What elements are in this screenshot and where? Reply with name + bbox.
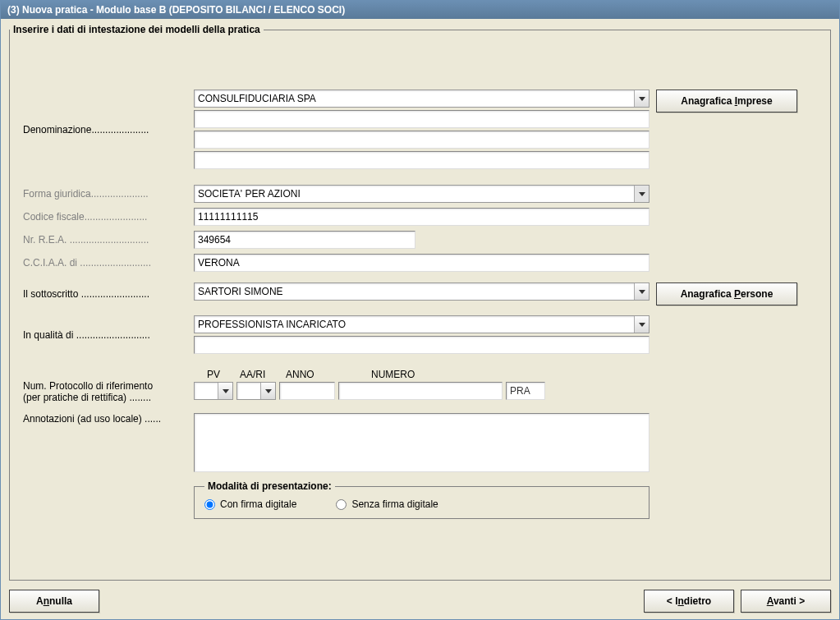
chevron-down-icon[interactable] — [634, 90, 649, 107]
chevron-down-icon[interactable] — [634, 283, 649, 300]
denominazione-line3[interactable] — [194, 131, 650, 149]
in-qualita-di-combo[interactable]: PROFESSIONISTA INCARICATO — [194, 315, 650, 333]
protocollo-anno-input[interactable] — [279, 382, 335, 400]
label-codice-fiscale: Codice fiscale....................... — [23, 211, 194, 223]
in-qualita-di-extra-input[interactable] — [194, 336, 650, 354]
protocollo-suffix — [506, 382, 545, 400]
denominazione-line2[interactable] — [194, 110, 650, 128]
codice-fiscale-input[interactable] — [194, 208, 650, 226]
header-anno: ANNO — [284, 369, 345, 380]
window-content: Inserire i dati di intestazione dei mode… — [1, 19, 839, 589]
label-sottoscritto: Il sottoscritto ........................… — [23, 288, 194, 300]
label-num-protocollo: Num. Protocollo di riferimento (per prat… — [23, 369, 194, 403]
label-cciaa-di: C.C.I.A.A. di .......................... — [23, 257, 194, 269]
wizard-footer: Annulla < Indietro Avanti > — [9, 590, 831, 613]
label-in-qualita-di: In qualità di ..........................… — [23, 329, 194, 341]
radio-con-firma[interactable]: Con firma digitale — [204, 498, 296, 510]
protocollo-aari-combo[interactable] — [236, 382, 276, 400]
denominazione-value: CONSULFIDUCIARIA SPA — [195, 90, 634, 107]
anagrafica-persone-button[interactable]: Anagrafica Persone — [656, 282, 797, 305]
chevron-down-icon — [634, 186, 649, 202]
back-button[interactable]: < Indietro — [644, 590, 734, 613]
modalita-legend: Modalità di presentazione: — [204, 480, 335, 492]
radio-senza-firma-input[interactable] — [336, 499, 347, 510]
radio-con-firma-input[interactable] — [204, 499, 215, 510]
label-annotazioni: Annotazioni (ad uso locale) ...... — [23, 413, 194, 425]
protocollo-pv-combo[interactable] — [194, 382, 233, 400]
forma-giuridica-value: SOCIETA' PER AZIONI — [195, 186, 634, 202]
next-button[interactable]: Avanti > — [741, 590, 831, 613]
cancel-button[interactable]: Annulla — [9, 590, 99, 613]
header-numero: NUMERO — [345, 369, 484, 380]
denominazione-combo[interactable]: CONSULFIDUCIARIA SPA — [194, 90, 650, 108]
window-titlebar: (3) Nuova pratica - Modulo base B (DEPOS… — [1, 1, 839, 19]
chevron-down-icon[interactable] — [260, 383, 275, 399]
header-pv: PV — [194, 369, 236, 380]
window-title: (3) Nuova pratica - Modulo base B (DEPOS… — [7, 4, 345, 16]
label-nr-rea: Nr. R.E.A. ............................. — [23, 234, 194, 246]
sottoscritto-value: SARTORI SIMONE — [195, 283, 634, 300]
denominazione-line4[interactable] — [194, 151, 650, 169]
nr-rea-input[interactable] — [194, 231, 415, 249]
anagrafica-imprese-button[interactable]: Anagrafica Imprese — [656, 90, 797, 113]
wizard-window: (3) Nuova pratica - Modulo base B (DEPOS… — [0, 0, 840, 620]
in-qualita-di-value: PROFESSIONISTA INCARICATO — [195, 316, 634, 333]
forma-giuridica-combo: SOCIETA' PER AZIONI — [194, 185, 650, 203]
label-forma-giuridica: Forma giuridica..................... — [23, 188, 194, 200]
main-fieldset: Inserire i dati di intestazione dei mode… — [9, 24, 831, 581]
cciaa-di-input[interactable] — [194, 254, 650, 272]
protocollo-headers: PV AA/RI ANNO NUMERO — [194, 369, 545, 380]
protocollo-numero-input[interactable] — [338, 382, 503, 400]
main-fieldset-legend: Inserire i dati di intestazione dei mode… — [10, 24, 264, 35]
annotazioni-textarea[interactable] — [194, 413, 650, 472]
chevron-down-icon[interactable] — [218, 383, 232, 399]
radio-senza-firma[interactable]: Senza firma digitale — [336, 498, 438, 510]
modalita-fieldset: Modalità di presentazione: Con firma dig… — [194, 480, 650, 519]
chevron-down-icon[interactable] — [634, 316, 649, 333]
header-aa-ri: AA/RI — [236, 369, 284, 380]
label-denominazione: Denominazione..................... — [23, 124, 194, 135]
sottoscritto-combo[interactable]: SARTORI SIMONE — [194, 282, 650, 301]
